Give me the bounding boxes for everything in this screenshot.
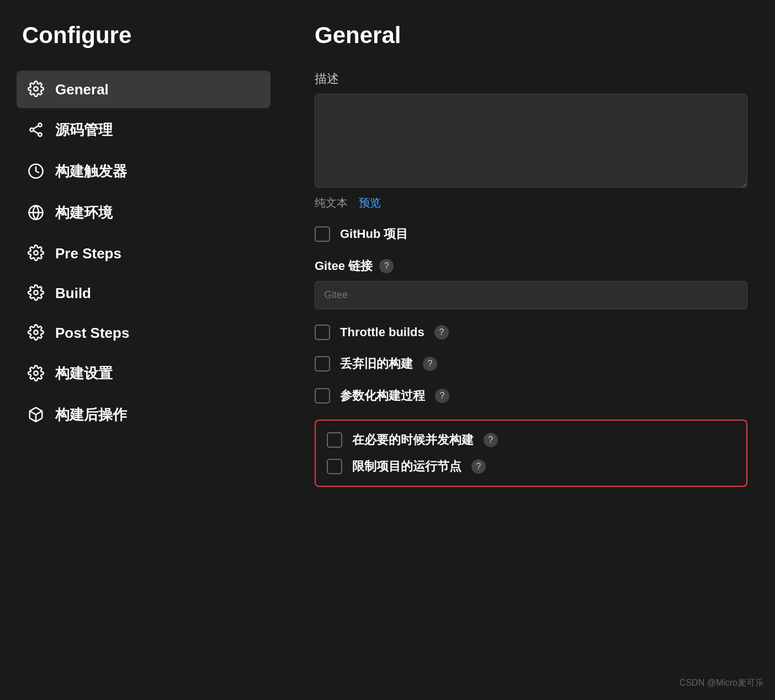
throttle-help-badge[interactable]: ? — [434, 325, 449, 340]
gear-icon — [28, 81, 45, 98]
sidebar-item-source[interactable]: 源码管理 — [17, 110, 270, 150]
env-icon — [28, 204, 45, 222]
sidebar-item-general[interactable]: General — [17, 71, 270, 108]
trigger-icon — [28, 163, 45, 181]
github-project-row: GitHub 项目 — [315, 226, 747, 242]
discard-help-badge[interactable]: ? — [423, 357, 437, 371]
gitee-help-badge[interactable]: ? — [379, 259, 394, 273]
watermark: CSDN @Micro麦可乐 — [680, 677, 764, 689]
svg-point-10 — [34, 290, 38, 295]
settings-icon — [28, 365, 45, 383]
text-mode-preview[interactable]: 预览 — [359, 195, 381, 210]
parameterize-label: 参数化构建过程 — [340, 388, 425, 404]
page-title: General — [315, 22, 747, 49]
highlighted-section: 在必要的时候并发构建 ? 限制项目的运行节点 ? — [315, 420, 747, 487]
sidebar-item-build-label: Build — [55, 285, 91, 302]
parameterize-help-badge[interactable]: ? — [435, 389, 449, 403]
sidebar-item-general-label: General — [55, 81, 109, 98]
main-content: General 描述 纯文本 预览 GitHub 项目 Gitee 链接 ? T… — [287, 22, 775, 700]
gitee-input[interactable] — [315, 281, 747, 309]
sidebar-item-env[interactable]: 构建环境 — [17, 193, 270, 232]
discard-builds-row: 丢弃旧的构建 ? — [315, 356, 747, 372]
postbuild-icon — [28, 406, 45, 424]
limit-node-row: 限制项目的运行节点 ? — [327, 458, 735, 475]
sidebar: Configure General 源码 — [0, 22, 287, 700]
sidebar-item-settings[interactable]: 构建设置 — [17, 354, 270, 393]
gitee-label: Gitee 链接 — [315, 258, 373, 274]
svg-line-5 — [34, 126, 39, 129]
sidebar-item-poststeps[interactable]: Post Steps — [17, 314, 270, 352]
sidebar-item-presteps-label: Pre Steps — [55, 245, 121, 262]
concurrent-builds-label: 在必要的时候并发构建 — [352, 432, 474, 448]
parameterize-checkbox[interactable] — [315, 388, 330, 404]
sidebar-item-settings-label: 构建设置 — [55, 364, 113, 383]
sidebar-item-build[interactable]: Build — [17, 274, 270, 312]
source-icon — [28, 121, 45, 139]
throttle-builds-row: Throttle builds ? — [315, 325, 747, 340]
limit-node-help-badge[interactable]: ? — [471, 459, 486, 474]
poststeps-icon — [28, 324, 45, 342]
limit-node-label: 限制项目的运行节点 — [352, 458, 461, 475]
sidebar-item-env-label: 构建环境 — [55, 203, 113, 222]
limit-node-checkbox[interactable] — [327, 459, 342, 474]
throttle-builds-checkbox[interactable] — [315, 325, 330, 340]
discard-builds-checkbox[interactable] — [315, 356, 330, 372]
gitee-section: Gitee 链接 ? — [315, 258, 747, 309]
description-textarea[interactable] — [315, 94, 747, 188]
concurrent-builds-row: 在必要的时候并发构建 ? — [327, 432, 735, 448]
svg-point-11 — [34, 330, 38, 335]
concurrent-help-badge[interactable]: ? — [484, 433, 498, 447]
sidebar-item-presteps[interactable]: Pre Steps — [17, 235, 270, 272]
sidebar-item-trigger-label: 构建触发器 — [55, 162, 127, 181]
github-project-checkbox[interactable] — [315, 226, 330, 242]
description-label: 描述 — [315, 71, 747, 87]
svg-point-0 — [34, 87, 38, 91]
discard-builds-label: 丢弃旧的构建 — [340, 356, 413, 372]
svg-point-12 — [34, 371, 38, 375]
parameterize-row: 参数化构建过程 ? — [315, 388, 747, 404]
text-mode-row: 纯文本 预览 — [315, 195, 747, 210]
sidebar-title: Configure — [17, 22, 270, 49]
sidebar-item-poststeps-label: Post Steps — [55, 325, 129, 342]
throttle-builds-label: Throttle builds — [340, 325, 424, 340]
gitee-label-row: Gitee 链接 ? — [315, 258, 747, 274]
text-mode-plain[interactable]: 纯文本 — [315, 195, 348, 210]
build-icon — [28, 284, 45, 302]
github-project-label: GitHub 项目 — [340, 226, 408, 242]
sidebar-item-postbuild[interactable]: 构建后操作 — [17, 395, 270, 434]
svg-line-4 — [34, 130, 39, 133]
sidebar-item-trigger[interactable]: 构建触发器 — [17, 152, 270, 191]
sidebar-item-postbuild-label: 构建后操作 — [55, 405, 127, 425]
concurrent-builds-checkbox[interactable] — [327, 432, 342, 448]
presteps-icon — [28, 245, 45, 262]
sidebar-item-source-label: 源码管理 — [55, 120, 113, 140]
svg-point-9 — [34, 251, 38, 255]
